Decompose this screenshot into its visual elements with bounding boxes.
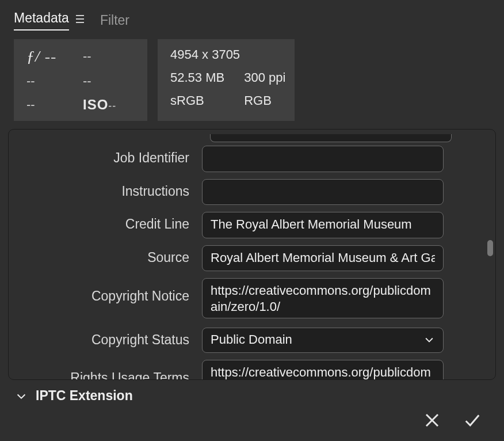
ev-value: -- (26, 74, 78, 89)
iso-value: ISO-- (83, 97, 135, 113)
credit-line-label: Credit Line (29, 212, 202, 232)
rights-usage-terms-label: Rights Usage Terms (29, 360, 202, 380)
copyright-status-value: Public Domain (211, 332, 292, 347)
rights-usage-terms-input[interactable]: https://creativecommons.org/publicdomain… (202, 360, 444, 380)
tab-menu-icon[interactable] (76, 15, 84, 23)
instructions-label: Instructions (29, 179, 202, 199)
metadata-fields-area: Job Identifier Instructions Credit Line … (8, 129, 496, 380)
chevron-down-icon (15, 390, 28, 402)
previous-field-stub[interactable] (210, 134, 452, 142)
filesize-value: 52.53 MB (170, 70, 224, 85)
copyright-notice-input[interactable]: https://creativecommons.org/publicdomain… (202, 278, 444, 318)
copyright-status-label: Copyright Status (29, 328, 202, 348)
instructions-input[interactable] (202, 179, 444, 206)
copyright-status-select[interactable]: Public Domain (202, 328, 444, 353)
dimensions-value: 4954 x 3705 (170, 47, 285, 62)
chevron-down-icon (423, 334, 435, 345)
color-mode-value: RGB (244, 93, 285, 108)
credit-line-input[interactable] (202, 212, 444, 238)
iptc-extension-header[interactable]: IPTC Extension (0, 380, 504, 404)
camera-info-card: ƒ/ -- -- -- -- -- ISO-- (14, 39, 147, 121)
tab-metadata-label: Metadata (14, 10, 69, 31)
resolution-value: 300 ppi (244, 70, 285, 85)
file-info-card: 4954 x 3705 52.53 MB 300 ppi sRGB RGB (158, 39, 295, 121)
tab-metadata[interactable]: Metadata (14, 10, 84, 31)
job-identifier-input[interactable] (202, 146, 444, 172)
aperture-value: ƒ/ -- (26, 47, 78, 66)
tab-filter-label: Filter (100, 13, 129, 28)
cancel-button[interactable] (423, 412, 441, 429)
flash-value: -- (83, 74, 135, 89)
scrollbar-thumb[interactable] (487, 240, 493, 256)
confirm-button[interactable] (464, 412, 481, 429)
iptc-extension-label: IPTC Extension (36, 388, 133, 404)
job-identifier-label: Job Identifier (29, 146, 202, 166)
shutter-value: -- (83, 49, 135, 64)
metadata-panel: Metadata Filter ƒ/ -- -- -- -- -- ISO-- … (0, 0, 504, 441)
color-profile-value: sRGB (170, 93, 224, 108)
source-label: Source (29, 245, 202, 265)
tabs: Metadata Filter (0, 0, 504, 31)
focal-value: -- (26, 97, 78, 112)
footer-actions (0, 409, 504, 441)
info-row: ƒ/ -- -- -- -- -- ISO-- 4954 x 3705 52.5… (0, 31, 504, 129)
copyright-notice-label: Copyright Notice (29, 278, 202, 304)
source-input[interactable] (202, 245, 444, 272)
tab-filter[interactable]: Filter (100, 13, 129, 28)
